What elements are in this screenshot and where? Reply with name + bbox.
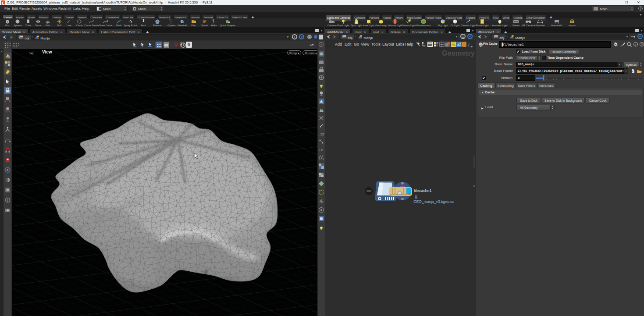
- svg-text:+2: +2: [319, 148, 323, 152]
- svg-text:.12: .12: [319, 132, 324, 136]
